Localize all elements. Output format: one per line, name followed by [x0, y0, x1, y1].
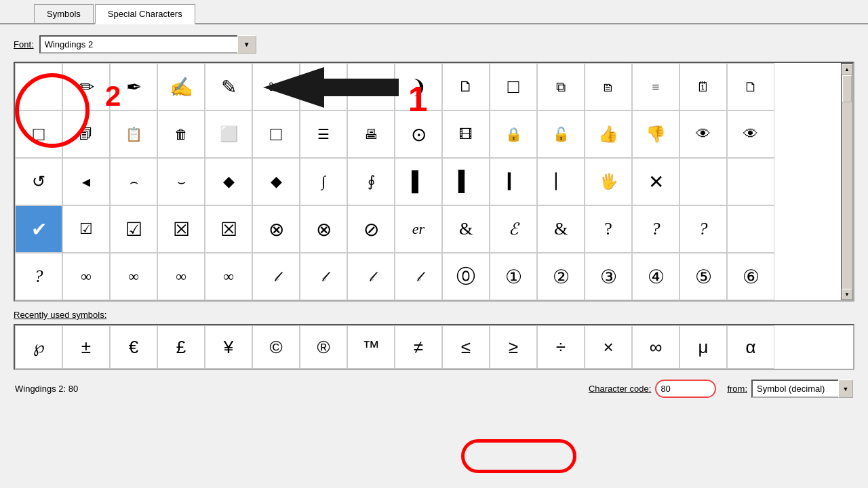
symbol-cell[interactable]: ◂: [62, 158, 110, 205]
symbol-cell[interactable]: ∞: [62, 253, 110, 300]
symbol-cell[interactable]: ∞: [205, 253, 252, 300]
symbol-cell[interactable]: ✎: [205, 63, 252, 110]
symbol-cell[interactable]: [15, 63, 62, 110]
symbol-cell[interactable]: ⊗: [252, 205, 300, 253]
symbol-cell[interactable]: □: [15, 110, 62, 158]
symbol-cell[interactable]: ↺: [15, 158, 62, 205]
symbol-cell[interactable]: 🗐: [62, 110, 110, 158]
font-dropdown-button[interactable]: ▼: [237, 35, 256, 54]
symbol-cell[interactable]: ❩: [395, 63, 442, 110]
symbol-cell[interactable]: ☎: [347, 63, 395, 110]
symbol-cell[interactable]: ✏: [62, 63, 110, 110]
symbol-cell[interactable]: ☑: [62, 205, 110, 253]
symbol-cell[interactable]: ◆: [252, 158, 300, 205]
symbol-cell[interactable]: 🔒: [490, 110, 537, 158]
recent-cell[interactable]: ≠: [395, 325, 442, 369]
symbol-cell[interactable]: □: [490, 63, 537, 110]
symbol-cell[interactable]: ?: [632, 205, 679, 253]
font-input[interactable]: [39, 35, 256, 54]
recent-cell[interactable]: ℘: [15, 325, 62, 369]
symbol-cell[interactable]: 🖐: [585, 158, 632, 205]
from-dropdown-button[interactable]: ▼: [838, 380, 853, 398]
symbol-cell[interactable]: ⧉: [537, 63, 585, 110]
symbol-cell[interactable]: 🗋: [727, 63, 774, 110]
symbol-cell[interactable]: ☒: [157, 205, 205, 253]
recent-cell[interactable]: ™: [347, 325, 395, 369]
recent-cell[interactable]: ±: [62, 325, 110, 369]
symbol-cell[interactable]: [727, 158, 774, 205]
symbol-cell[interactable]: 𝓁: [347, 253, 395, 300]
symbol-cell[interactable]: 𝓁: [252, 253, 300, 300]
symbol-cell[interactable]: ⬜: [205, 110, 252, 158]
symbol-cell[interactable]: ⊗: [300, 205, 347, 253]
symbol-cell[interactable]: ⊘: [347, 205, 395, 253]
symbol-cell[interactable]: 🗑: [157, 110, 205, 158]
recent-cell[interactable]: ≤: [442, 325, 490, 369]
symbol-cell[interactable]: ③: [585, 253, 632, 300]
symbol-cell[interactable]: ?: [585, 205, 632, 253]
symbol-cell[interactable]: ☒: [205, 205, 252, 253]
symbol-cell-selected[interactable]: ✔: [15, 205, 62, 253]
symbol-cell[interactable]: ⑤: [679, 253, 727, 300]
symbol-cell[interactable]: 📋: [110, 110, 157, 158]
recent-cell[interactable]: ∞: [632, 325, 679, 369]
recent-cell[interactable]: ®: [300, 325, 347, 369]
symbol-cell[interactable]: ∞: [110, 253, 157, 300]
symbol-cell[interactable]: ▎: [490, 158, 537, 205]
symbol-cell[interactable]: 𝓁: [395, 253, 442, 300]
symbol-cell[interactable]: 🎞: [442, 110, 490, 158]
symbol-cell[interactable]: ✕: [632, 158, 679, 205]
symbol-cell[interactable]: ①: [490, 253, 537, 300]
symbol-cell[interactable]: ☑: [110, 205, 157, 253]
tab-special-characters[interactable]: Special Characters: [95, 4, 195, 24]
symbol-cell[interactable]: ?: [15, 253, 62, 300]
symbol-cell[interactable]: [679, 158, 727, 205]
recent-cell[interactable]: £: [157, 325, 205, 369]
symbol-cell[interactable]: &: [442, 205, 490, 253]
symbol-grid-scrollbar[interactable]: ▲ ▼: [841, 63, 853, 300]
symbol-cell[interactable]: ⌣: [157, 158, 205, 205]
symbol-cell[interactable]: ⑥: [727, 253, 774, 300]
symbol-cell[interactable]: ▍: [442, 158, 490, 205]
symbol-cell[interactable]: [727, 205, 774, 253]
symbol-cell[interactable]: ②: [537, 253, 585, 300]
symbol-cell[interactable]: 🗓: [679, 63, 727, 110]
recent-cell[interactable]: ¥: [205, 325, 252, 369]
symbol-cell[interactable]: ≡: [632, 63, 679, 110]
symbol-cell[interactable]: 🗈: [585, 63, 632, 110]
recent-cell[interactable]: α: [727, 325, 774, 369]
symbol-cell[interactable]: 🗋: [442, 63, 490, 110]
symbol-cell[interactable]: 👁: [679, 110, 727, 158]
symbol-cell[interactable]: 👎: [632, 110, 679, 158]
recent-cell[interactable]: μ: [679, 325, 727, 369]
symbol-cell[interactable]: ⊙: [395, 110, 442, 158]
symbol-cell[interactable]: &: [537, 205, 585, 253]
symbol-cell[interactable]: ?: [679, 205, 727, 253]
symbol-cell[interactable]: ☰: [300, 110, 347, 158]
symbol-cell[interactable]: ∞: [157, 253, 205, 300]
recent-cell[interactable]: ÷: [537, 325, 585, 369]
scrollbar-thumb[interactable]: [842, 75, 852, 102]
scrollbar-up-button[interactable]: ▲: [842, 64, 852, 75]
symbol-cell[interactable]: ⓪: [442, 253, 490, 300]
tab-symbols[interactable]: Symbols: [34, 4, 94, 23]
symbol-cell[interactable]: ∫: [300, 158, 347, 205]
symbol-cell[interactable]: ✂: [252, 63, 300, 110]
recent-cell[interactable]: ≥: [490, 325, 537, 369]
symbol-cell[interactable]: ✄: [300, 63, 347, 110]
symbol-cell[interactable]: 𝓁: [300, 253, 347, 300]
symbol-cell[interactable]: 🔓: [537, 110, 585, 158]
symbol-cell[interactable]: 👁: [727, 110, 774, 158]
symbol-cell[interactable]: 🖶: [347, 110, 395, 158]
symbol-cell[interactable]: er: [395, 205, 442, 253]
symbol-cell[interactable]: ④: [632, 253, 679, 300]
symbol-cell[interactable]: ▏: [537, 158, 585, 205]
symbol-cell[interactable]: ∮: [347, 158, 395, 205]
symbol-cell[interactable]: □: [252, 110, 300, 158]
symbol-cell[interactable]: ✍: [157, 63, 205, 110]
symbol-cell[interactable]: 👍: [585, 110, 632, 158]
symbol-cell[interactable]: ▌: [395, 158, 442, 205]
recent-cell[interactable]: €: [110, 325, 157, 369]
recent-cell[interactable]: ©: [252, 325, 300, 369]
char-code-input[interactable]: [655, 380, 716, 398]
